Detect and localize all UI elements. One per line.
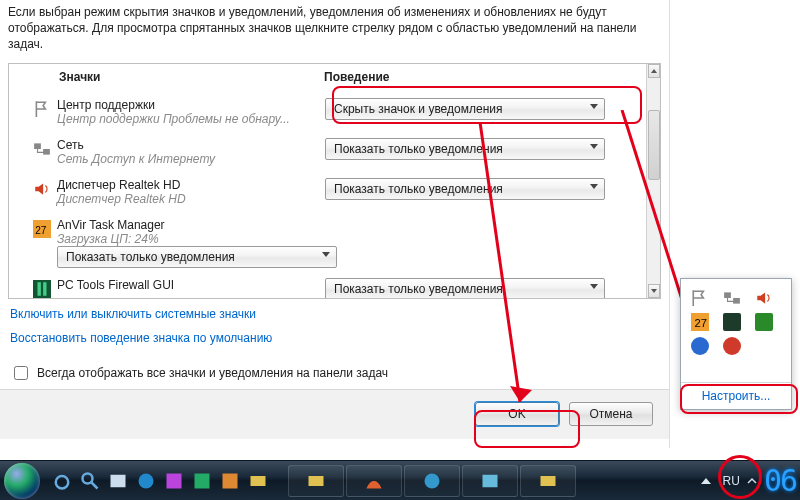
- svg-rect-6: [43, 282, 46, 296]
- row-net-icon: [27, 138, 57, 158]
- svg-rect-26: [483, 474, 498, 487]
- start-button[interactable]: [4, 463, 40, 499]
- tray-anvir-icon[interactable]: 27: [691, 313, 709, 331]
- quicklaunch-icon-3[interactable]: [108, 471, 128, 491]
- always-show-checkbox[interactable]: [14, 366, 28, 380]
- language-indicator[interactable]: RU: [723, 474, 740, 488]
- tray-ccleaner-icon[interactable]: [723, 337, 741, 355]
- row-pct-icon: [27, 278, 57, 298]
- list-row: PC Tools Firewall GUIПоказать только уве…: [9, 274, 646, 299]
- svg-text:27: 27: [694, 317, 707, 329]
- svg-rect-11: [724, 292, 731, 298]
- quicklaunch-icon-8[interactable]: [248, 471, 268, 491]
- row-title: AnVir Task Manager: [57, 218, 325, 232]
- behavior-combo[interactable]: Показать только уведомления: [325, 138, 605, 160]
- link-system-icons[interactable]: Включить или выключить системные значки: [10, 307, 659, 321]
- list-row: 27AnVir Task ManagerЗагрузка ЦП: 24%Пока…: [9, 214, 646, 274]
- always-show-label: Всегда отображать все значки и уведомлен…: [37, 366, 388, 380]
- svg-rect-23: [251, 476, 266, 486]
- tray-flag-icon[interactable]: [691, 289, 709, 307]
- row-title: PC Tools Firewall GUI: [57, 278, 325, 292]
- quicklaunch-icon-6[interactable]: [192, 471, 212, 491]
- list-row: Диспетчер Realtek HDДиспетчер Realtek HD…: [9, 174, 646, 214]
- svg-rect-0: [34, 143, 41, 149]
- svg-rect-24: [309, 476, 324, 486]
- svg-point-25: [425, 473, 440, 488]
- clock-fragment: 06: [764, 461, 796, 501]
- list-row: Центр поддержкиЦентр поддержки Проблемы …: [9, 94, 646, 134]
- notification-area-dialog: Если выбран режим скрытия значков и увед…: [0, 0, 670, 448]
- tray-customize-link[interactable]: Настроить...: [681, 382, 791, 409]
- svg-text:27: 27: [35, 224, 47, 235]
- svg-rect-5: [38, 282, 41, 296]
- tray-overflow-popup: 27 Настроить...: [680, 278, 792, 410]
- row-anvir-icon: 27: [27, 218, 57, 238]
- svg-point-16: [83, 473, 93, 483]
- task-button-3[interactable]: [404, 465, 460, 497]
- scroll-thumb[interactable]: [648, 110, 660, 180]
- list-header: Значки Поведение: [9, 64, 660, 90]
- row-flag-icon: [27, 98, 57, 118]
- task-button-1[interactable]: [288, 465, 344, 497]
- tray-network-icon[interactable]: [723, 289, 741, 307]
- svg-point-19: [139, 473, 154, 488]
- ok-button[interactable]: OK: [475, 402, 559, 426]
- svg-rect-20: [167, 473, 182, 488]
- behavior-combo[interactable]: Скрыть значок и уведомления: [325, 98, 605, 120]
- icon-list: Значки Поведение Центр поддержкиЦентр по…: [8, 63, 661, 299]
- list-row: СетьСеть Доступ к ИнтернетуПоказать толь…: [9, 134, 646, 174]
- quicklaunch-icon-4[interactable]: [136, 471, 156, 491]
- tray-green-icon[interactable]: [755, 313, 773, 331]
- link-restore-defaults[interactable]: Восстановить поведение значка по умолчан…: [10, 331, 659, 345]
- row-subtitle: Центр поддержки Проблемы не обнару...: [57, 112, 325, 126]
- svg-rect-18: [111, 474, 126, 487]
- task-button-2[interactable]: [346, 465, 402, 497]
- task-button-5[interactable]: [520, 465, 576, 497]
- row-subtitle: Диспетчер Realtek HD: [57, 192, 325, 206]
- svg-rect-21: [195, 473, 210, 488]
- tray-pct-icon[interactable]: [723, 313, 741, 331]
- svg-rect-4: [33, 280, 51, 298]
- svg-rect-27: [541, 476, 556, 486]
- svg-line-17: [91, 482, 97, 488]
- quicklaunch-icon-1[interactable]: [52, 471, 72, 491]
- intro-text: Если выбран режим скрытия значков и увед…: [0, 0, 669, 63]
- row-title: Диспетчер Realtek HD: [57, 178, 325, 192]
- row-subtitle: Загрузка ЦП: 24%: [57, 232, 325, 246]
- row-title: Центр поддержки: [57, 98, 325, 112]
- scroll-down-button[interactable]: [648, 284, 660, 298]
- tray-blue-icon[interactable]: [691, 337, 709, 355]
- tray-speaker-icon[interactable]: [755, 289, 773, 307]
- scroll-up-button[interactable]: [648, 64, 660, 78]
- row-speaker-icon: [27, 178, 57, 198]
- col-behavior: Поведение: [324, 70, 660, 84]
- cancel-button[interactable]: Отмена: [569, 402, 653, 426]
- task-button-4[interactable]: [462, 465, 518, 497]
- behavior-combo[interactable]: Показать только уведомления: [325, 178, 605, 200]
- tray-chevron-button[interactable]: [695, 470, 717, 492]
- behavior-combo[interactable]: Показать только уведомления: [57, 246, 337, 268]
- scrollbar[interactable]: [646, 64, 660, 298]
- quicklaunch-icon-5[interactable]: [164, 471, 184, 491]
- quicklaunch-icon-2[interactable]: [80, 471, 100, 491]
- row-title: Сеть: [57, 138, 325, 152]
- svg-point-15: [56, 476, 69, 489]
- row-subtitle: Сеть Доступ к Интернету: [57, 152, 325, 166]
- taskbar: RU 06: [0, 460, 800, 500]
- behavior-combo[interactable]: Показать только уведомления: [325, 278, 605, 299]
- quicklaunch-icon-7[interactable]: [220, 471, 240, 491]
- col-icons: Значки: [59, 70, 324, 84]
- tray-up-icon[interactable]: [746, 475, 758, 487]
- svg-rect-22: [223, 473, 238, 488]
- dialog-button-bar: OK Отмена: [0, 389, 669, 439]
